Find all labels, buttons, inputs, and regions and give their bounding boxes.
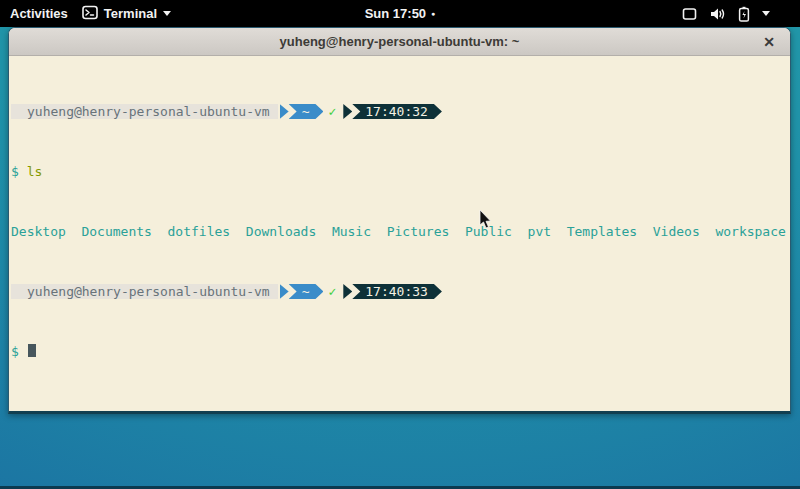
prompt-line: yuheng@henry-personal-ubuntu-vm ~ ✓ 17:4…	[11, 104, 790, 119]
top-bar-left: Activities Terminal	[0, 5, 171, 23]
status-check-icon: ✓	[323, 104, 341, 119]
notification-dot-icon: ●	[431, 10, 435, 17]
prompt-user-segment: yuheng@henry-personal-ubuntu-vm	[11, 284, 278, 299]
command-text: ls	[27, 164, 43, 179]
display-icon	[682, 7, 697, 21]
prompt-cwd-segment: ~	[289, 284, 324, 299]
powerline-arrow-icon	[280, 104, 289, 119]
top-bar: Activities Terminal Sun 17:50 ●	[0, 0, 800, 27]
prompt-symbol: $	[11, 164, 19, 179]
ls-output: Desktop Documents dotfiles Downloads Mus…	[11, 224, 790, 239]
window-title: yuheng@henry-personal-ubuntu-vm: ~	[280, 34, 520, 49]
prompt-time-segment: 17:40:33	[352, 284, 442, 299]
close-button[interactable]: ✕	[758, 28, 780, 56]
battery-charging-icon	[738, 6, 750, 22]
status-check-icon: ✓	[323, 284, 341, 299]
powerline-arrow-icon	[280, 284, 289, 299]
terminal-window: yuheng@henry-personal-ubuntu-vm: ~ ✕ yuh…	[8, 27, 791, 414]
input-line[interactable]: $	[11, 344, 790, 359]
prompt-symbol: $	[11, 344, 19, 359]
system-status-area[interactable]	[682, 0, 770, 27]
terminal-app-icon	[82, 5, 98, 23]
prompt-user-segment: yuheng@henry-personal-ubuntu-vm	[11, 104, 278, 119]
clock-menu[interactable]: Sun 17:50 ●	[340, 6, 460, 21]
prompt-line: yuheng@henry-personal-ubuntu-vm ~ ✓ 17:4…	[11, 284, 790, 299]
command-line: $ ls	[11, 164, 790, 179]
powerline-arrow-icon	[343, 284, 352, 299]
app-menu-label: Terminal	[104, 6, 157, 21]
activities-button[interactable]: Activities	[10, 6, 68, 21]
prompt-time-segment: 17:40:32	[352, 104, 442, 119]
mouse-cursor-icon	[479, 210, 493, 230]
prompt-cwd-segment: ~	[289, 104, 324, 119]
clock-label: Sun 17:50	[365, 6, 426, 21]
text-cursor	[28, 344, 36, 357]
terminal-content[interactable]: yuheng@henry-personal-ubuntu-vm ~ ✓ 17:4…	[9, 56, 790, 411]
chevron-down-icon	[762, 11, 770, 16]
powerline-arrow-icon	[343, 104, 352, 119]
volume-icon	[709, 7, 726, 21]
app-menu-terminal[interactable]: Terminal	[82, 5, 171, 23]
chevron-down-icon	[163, 11, 171, 16]
titlebar[interactable]: yuheng@henry-personal-ubuntu-vm: ~ ✕	[9, 28, 790, 56]
